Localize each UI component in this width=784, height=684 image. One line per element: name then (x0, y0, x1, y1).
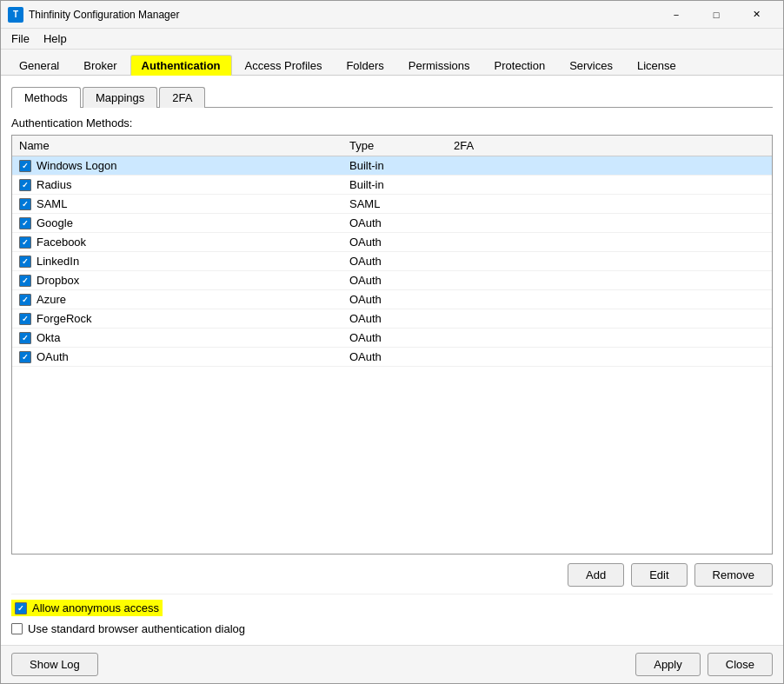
sub-tab-bar: Methods Mappings 2FA (11, 86, 773, 108)
show-log-button[interactable]: Show Log (11, 653, 98, 676)
allow-anonymous-checkbox[interactable] (15, 602, 27, 614)
col-type: Type (349, 139, 454, 152)
window-controls: − □ ✕ (656, 1, 776, 29)
app-icon: T (8, 7, 23, 23)
tab-access-profiles[interactable]: Access Profiles (234, 55, 334, 76)
table-row[interactable]: Azure OAuth (12, 290, 772, 309)
row-name-label: OAuth (37, 350, 69, 363)
footer-section: Allow anonymous access Use standard brow… (11, 594, 773, 645)
table-row[interactable]: ForgeRock OAuth (12, 309, 772, 329)
table-action-buttons: Add Edit Remove (11, 555, 773, 594)
auth-methods-table: Name Type 2FA Windows Logon Built-in Rad… (11, 135, 773, 555)
row-checkbox[interactable] (19, 236, 31, 249)
close-button[interactable]: Close (708, 653, 773, 676)
row-name-label: Dropbox (37, 274, 79, 287)
row-name-cell: Facebook (19, 236, 349, 249)
col-2fa: 2FA (454, 139, 765, 152)
row-name-cell: SAML (19, 197, 349, 210)
row-checkbox[interactable] (19, 256, 31, 268)
row-name-label: SAML (37, 197, 67, 210)
standard-browser-label: Use standard browser authentication dial… (28, 622, 245, 635)
tab-permissions[interactable]: Permissions (397, 55, 482, 76)
main-tab-bar: General Broker Authentication Access Pro… (1, 50, 783, 76)
table-row[interactable]: LinkedIn OAuth (12, 252, 772, 271)
row-checkbox[interactable] (19, 275, 31, 287)
row-name-label: ForgeRock (37, 312, 92, 325)
row-type-cell: OAuth (349, 293, 454, 306)
row-checkbox[interactable] (19, 313, 31, 325)
remove-button[interactable]: Remove (694, 563, 773, 587)
tab-general[interactable]: General (8, 55, 70, 76)
window-title: Thinfinity Configuration Manager (29, 9, 656, 21)
tab-services[interactable]: Services (558, 55, 624, 76)
tab-broker[interactable]: Broker (72, 55, 128, 76)
row-checkbox[interactable] (19, 294, 31, 306)
title-bar: T Thinfinity Configuration Manager − □ ✕ (1, 1, 783, 29)
tab-license[interactable]: License (626, 55, 688, 76)
row-checkbox[interactable] (19, 179, 31, 191)
standard-browser-row: Use standard browser authentication dial… (11, 620, 773, 638)
row-type-cell: OAuth (349, 274, 454, 287)
row-name-cell: Windows Logon (19, 159, 349, 172)
sub-tab-methods[interactable]: Methods (11, 87, 81, 108)
menu-help[interactable]: Help (37, 30, 74, 47)
table-row[interactable]: Dropbox OAuth (12, 271, 772, 290)
maximize-button[interactable]: □ (696, 1, 736, 29)
tab-authentication[interactable]: Authentication (130, 55, 232, 76)
sub-tab-2fa[interactable]: 2FA (159, 87, 205, 108)
row-type-cell: Built-in (349, 178, 454, 191)
row-name-label: Windows Logon (37, 159, 117, 172)
row-type-cell: OAuth (349, 350, 454, 363)
row-name-label: Radius (37, 178, 71, 191)
table-row[interactable]: Windows Logon Built-in (12, 156, 772, 176)
row-name-cell: Dropbox (19, 274, 349, 287)
sub-tab-mappings[interactable]: Mappings (83, 87, 157, 108)
row-name-cell: Okta (19, 331, 349, 344)
table-row[interactable]: SAML SAML (12, 195, 772, 214)
table-row[interactable]: Google OAuth (12, 214, 772, 233)
row-name-cell: Google (19, 216, 349, 229)
standard-browser-checkbox[interactable] (11, 623, 23, 634)
apply-button[interactable]: Apply (635, 653, 701, 676)
main-window: T Thinfinity Configuration Manager − □ ✕… (0, 0, 784, 684)
table-row[interactable]: OAuth OAuth (12, 348, 772, 367)
row-type-cell: OAuth (349, 255, 454, 268)
row-type-cell: Built-in (349, 159, 454, 172)
tab-protection[interactable]: Protection (483, 55, 557, 76)
section-label: Authentication Methods: (11, 116, 773, 129)
bottom-right-buttons: Apply Close (635, 653, 773, 676)
row-checkbox[interactable] (19, 198, 31, 210)
row-type-cell: SAML (349, 197, 454, 210)
add-button[interactable]: Add (568, 563, 624, 587)
col-name: Name (19, 139, 349, 152)
row-name-cell: Radius (19, 178, 349, 191)
table-row[interactable]: Facebook OAuth (12, 233, 772, 252)
row-checkbox[interactable] (19, 332, 31, 344)
row-name-label: Azure (37, 293, 66, 306)
close-window-button[interactable]: ✕ (736, 1, 776, 29)
allow-anonymous-label: Allow anonymous access (32, 601, 159, 614)
edit-button[interactable]: Edit (631, 563, 687, 587)
row-name-cell: LinkedIn (19, 255, 349, 268)
menu-file[interactable]: File (4, 30, 37, 47)
row-checkbox[interactable] (19, 351, 31, 363)
row-checkbox[interactable] (19, 160, 31, 172)
row-type-cell: OAuth (349, 216, 454, 229)
content-area: Methods Mappings 2FA Authentication Meth… (1, 76, 783, 645)
menu-bar: File Help (1, 29, 783, 50)
allow-anonymous-row: Allow anonymous access (11, 600, 163, 616)
row-checkbox[interactable] (19, 217, 31, 229)
bottom-left-buttons: Show Log (11, 653, 98, 676)
table-row[interactable]: Radius Built-in (12, 176, 772, 195)
row-name-cell: ForgeRock (19, 312, 349, 325)
table-row[interactable]: Okta OAuth (12, 329, 772, 348)
table-header: Name Type 2FA (12, 136, 772, 156)
row-type-cell: OAuth (349, 331, 454, 344)
row-name-label: LinkedIn (37, 255, 79, 268)
row-name-cell: OAuth (19, 350, 349, 363)
bottom-bar: Show Log Apply Close (1, 645, 783, 683)
row-name-cell: Azure (19, 293, 349, 306)
minimize-button[interactable]: − (656, 1, 696, 29)
row-type-cell: OAuth (349, 312, 454, 325)
tab-folders[interactable]: Folders (335, 55, 395, 76)
